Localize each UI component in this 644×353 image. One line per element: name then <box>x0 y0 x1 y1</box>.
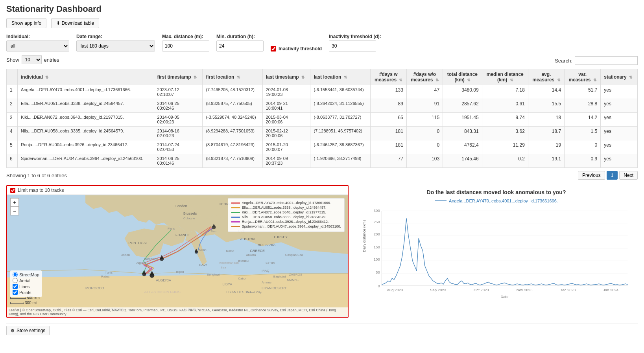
legend-color <box>231 212 240 213</box>
row-days-w: 89 <box>370 99 406 113</box>
svg-text:Jan 2024: Jan 2024 <box>603 288 619 292</box>
filters-bar: Individual: all Date range: last 180 day… <box>6 34 638 51</box>
svg-text:150: 150 <box>374 245 380 249</box>
inactivity-threshold-d-label: Inactivity threshold (d): <box>329 34 381 39</box>
store-settings-button[interactable]: ⚙ Store settings <box>6 326 50 335</box>
row-total-dist: 843.31 <box>443 127 482 140</box>
row-avg-measures: 19 <box>528 140 564 154</box>
row-individual: Ronja.....DER.AU004..eobs.3926...deploy_… <box>18 140 154 154</box>
row-days-w: 65 <box>370 113 406 127</box>
max-distance-label: Max. distance (m): <box>162 34 209 39</box>
row-median-dist: 11.29 <box>482 140 528 154</box>
svg-text:Barcelona: Barcelona <box>144 257 158 261</box>
row-first-ts: 2014-09-05 02:00:23 <box>154 113 203 127</box>
col-days-wo[interactable]: #days w/omeasures ⇅ <box>406 69 443 85</box>
limit-map-label: Limit map to 10 tracks <box>18 188 64 193</box>
previous-button[interactable]: Previous <box>578 171 605 180</box>
table-row: 1 Angela....DER.AY470..eobs.4001...deplo… <box>7 85 638 99</box>
entries-per-page-select[interactable]: 102550100 <box>22 55 42 64</box>
limit-map-checkbox[interactable] <box>10 188 15 193</box>
col-days-w[interactable]: #days wmeasures ⇅ <box>370 69 406 85</box>
chart-title: Do the last distances moved look anomalo… <box>361 189 631 195</box>
col-median-dist[interactable]: median distance(km) ⇅ <box>482 69 528 85</box>
svg-text:Ankara: Ankara <box>246 253 256 257</box>
row-num: 2 <box>7 99 18 113</box>
col-last-loc[interactable]: last location ⇅ <box>310 69 370 85</box>
page-title: Stationarity Dashboard <box>6 4 638 14</box>
col-last-ts[interactable]: last timestamp ⇅ <box>262 69 310 85</box>
row-stationary: yes <box>601 85 638 99</box>
svg-text:SYRIA: SYRIA <box>266 261 275 265</box>
chart-legend-label: Angela...DER.AY470..eobs.4001...deploy_i… <box>449 199 558 203</box>
col-first-loc[interactable]: first location ⇅ <box>203 69 262 85</box>
row-days-wo: 115 <box>406 113 443 127</box>
zoom-out-button[interactable]: − <box>10 207 19 215</box>
map-legend: Angela...DER.AY470..eobs.4001...deploy_i… <box>228 198 345 232</box>
legend-color <box>231 202 240 204</box>
svg-text:Cairo: Cairo <box>238 277 246 280</box>
table-row: 6 Spiderwoman.....DER.AU047..eobs.3964..… <box>7 154 638 168</box>
legend-color <box>231 217 240 218</box>
row-last-loc: (7.1288951, 46.9757402) <box>310 127 370 140</box>
row-stationary: yes <box>601 140 638 154</box>
zoom-in-button[interactable]: + <box>10 198 19 207</box>
inactivity-threshold-checkbox[interactable] <box>271 46 276 51</box>
row-num: 4 <box>7 127 18 140</box>
chart-container: Do the last distances moved look anomalo… <box>355 185 638 318</box>
aerial-option[interactable]: Aerial <box>13 278 39 283</box>
svg-text:Paris: Paris <box>168 227 175 230</box>
col-individual[interactable]: individual ⇅ <box>18 69 154 85</box>
min-duration-input[interactable] <box>216 40 264 51</box>
table-row: 2 Ella.....DER.AU051..eobs.3338...deploy… <box>7 99 638 113</box>
map-attribution: Leaflet | © OpenStreetMap, OObi., Tiles … <box>7 307 348 317</box>
svg-text:Oct 2023: Oct 2023 <box>474 288 489 292</box>
points-option[interactable]: Points <box>13 290 39 295</box>
table-row: 4 Nils.....DER.AU058..eobs.3335...deploy… <box>7 127 638 140</box>
svg-text:TURKEY: TURKEY <box>273 235 288 239</box>
page-1-button[interactable]: 1 <box>607 171 618 180</box>
show-app-info-button[interactable]: Show app info <box>6 18 46 28</box>
row-num: 5 <box>7 140 18 154</box>
row-var-measures: 14.2 <box>565 113 601 127</box>
svg-text:100: 100 <box>374 257 380 261</box>
inactivity-threshold-d-input[interactable] <box>329 40 376 51</box>
scale-bar-mi <box>10 302 24 304</box>
col-avg-measures[interactable]: avg.measures ⇅ <box>528 69 564 85</box>
download-table-button[interactable]: ⬇ Download table <box>51 18 99 28</box>
row-last-ts: 2015-03-04 20:00:06 <box>262 113 310 127</box>
next-button[interactable]: Next <box>619 171 638 180</box>
legend-text: Kiki.....DER.AN872..eobs.3648...deploy_i… <box>242 210 326 214</box>
individual-select[interactable]: all <box>6 40 69 51</box>
col-first-ts[interactable]: first timestamp ⇅ <box>154 69 203 85</box>
row-individual: Angela....DER.AY470..eobs.4001...deploy_… <box>18 85 154 99</box>
legend-color <box>231 207 240 208</box>
search-input[interactable] <box>575 56 638 65</box>
legend-text: Spiderwoman....DER.AU047..eobs.3964...de… <box>242 224 341 228</box>
inactivity-threshold-label: Inactivity threshold <box>279 46 322 51</box>
max-distance-input[interactable] <box>162 40 209 51</box>
col-var-measures[interactable]: var.measures ⇅ <box>565 69 601 85</box>
row-total-dist: 1745.46 <box>443 154 482 168</box>
svg-text:PORTUGAL: PORTUGAL <box>129 241 148 245</box>
streetmap-option[interactable]: StreetMap <box>13 272 39 277</box>
row-var-measures: 28.8 <box>565 99 601 113</box>
row-last-loc: (-8.2642024, 31.1126555) <box>310 99 370 113</box>
date-range-select[interactable]: last 180 days last 30 days last 7 days c… <box>76 40 155 51</box>
lines-option[interactable]: Lines <box>13 284 39 289</box>
individual-filter: Individual: all <box>6 34 69 51</box>
row-days-wo: 0 <box>406 140 443 154</box>
row-individual: Spiderwoman.....DER.AU047..eobs.3964...d… <box>18 154 154 168</box>
max-distance-filter: Max. distance (m): <box>162 34 209 51</box>
svg-text:Milan: Milan <box>199 248 207 252</box>
col-stationary[interactable]: stationary ⇅ <box>601 69 638 85</box>
svg-text:ATLAS MOUNTAINS: ATLAS MOUNTAINS <box>144 290 181 294</box>
col-total-dist[interactable]: total distance(km) ⇅ <box>443 69 482 85</box>
svg-text:ZAGROS: ZAGROS <box>289 273 303 276</box>
svg-text:Brussels: Brussels <box>183 211 197 215</box>
chart-legend: Angela...DER.AY470..eobs.4001...deploy_i… <box>361 199 631 203</box>
settings-icon: ⚙ <box>11 328 15 333</box>
svg-text:LIBYA: LIBYA <box>222 282 232 286</box>
individual-label: Individual: <box>6 34 69 39</box>
svg-text:Lisbon: Lisbon <box>121 253 130 257</box>
chart-area: 0 50 100 150 200 250 300 <box>361 205 631 303</box>
